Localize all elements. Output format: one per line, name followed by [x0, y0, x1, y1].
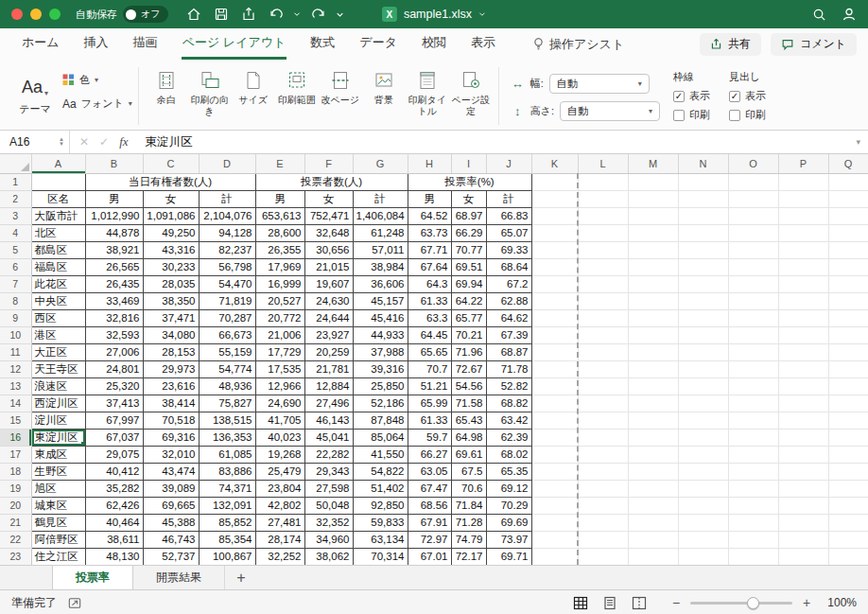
empty-cell[interactable]	[778, 224, 828, 241]
cell-A13[interactable]: 浪速区	[31, 377, 85, 395]
empty-cell[interactable]	[778, 258, 828, 275]
data-cell[interactable]: 54,822	[353, 463, 408, 480]
close-window-button[interactable]	[11, 9, 23, 20]
cell-A2[interactable]: 区名	[31, 190, 85, 207]
empty-cell[interactable]	[578, 531, 628, 548]
empty-cell[interactable]	[531, 360, 578, 377]
redo-button[interactable]	[306, 4, 330, 25]
row-header-6[interactable]: 6	[0, 258, 31, 275]
data-cell[interactable]: 64.45	[408, 326, 451, 343]
zoom-slider[interactable]	[690, 602, 792, 605]
tell-me-button[interactable]: 操作アシスト	[532, 28, 624, 60]
empty-cell[interactable]	[828, 429, 868, 446]
row-header-18[interactable]: 18	[0, 463, 31, 480]
data-cell[interactable]: 29,343	[304, 463, 353, 480]
empty-cell[interactable]	[678, 207, 728, 224]
data-cell[interactable]: 38,921	[85, 241, 143, 258]
data-cell[interactable]: 70.29	[486, 497, 531, 514]
row-header-23[interactable]: 23	[0, 548, 31, 565]
data-cell[interactable]: 52.82	[486, 377, 531, 395]
gridlines-print-option[interactable]: 印刷	[673, 108, 710, 122]
data-cell[interactable]: 65.43	[451, 412, 486, 429]
data-cell[interactable]: 30,233	[143, 258, 199, 275]
data-cell[interactable]: 63,134	[353, 531, 408, 548]
cell-A14[interactable]: 西淀川区	[31, 395, 85, 412]
data-cell[interactable]: 51,402	[353, 480, 408, 497]
save-button[interactable]	[209, 4, 233, 25]
empty-cell[interactable]	[578, 241, 628, 258]
data-cell[interactable]: 69.51	[451, 258, 486, 275]
empty-cell[interactable]	[778, 173, 828, 190]
empty-cell[interactable]	[578, 207, 628, 224]
data-cell[interactable]: 26,355	[255, 241, 304, 258]
data-cell[interactable]: 35,282	[85, 480, 143, 497]
data-cell[interactable]: 132,091	[199, 497, 255, 514]
row-header-10[interactable]: 10	[0, 326, 31, 343]
empty-cell[interactable]	[628, 412, 678, 429]
row-header-22[interactable]: 22	[0, 531, 31, 548]
cell-A18[interactable]: 生野区	[31, 463, 85, 480]
data-cell[interactable]: 32,648	[304, 224, 353, 241]
empty-cell[interactable]	[728, 258, 778, 275]
home-button[interactable]	[182, 4, 205, 25]
empty-cell[interactable]	[778, 292, 828, 309]
data-cell[interactable]: 27,598	[304, 480, 353, 497]
data-cell[interactable]: 100,867	[199, 548, 255, 565]
row-header-14[interactable]: 14	[0, 395, 31, 412]
data-cell[interactable]: 64.98	[451, 429, 486, 446]
empty-cell[interactable]	[828, 224, 868, 241]
empty-cell[interactable]	[578, 395, 628, 412]
data-cell[interactable]: 73.97	[486, 531, 531, 548]
empty-cell[interactable]	[728, 412, 778, 429]
empty-cell[interactable]	[628, 190, 678, 207]
empty-cell[interactable]	[778, 343, 828, 360]
data-cell[interactable]: 68.97	[451, 207, 486, 224]
data-cell[interactable]: 34,960	[304, 531, 353, 548]
empty-cell[interactable]	[531, 309, 578, 326]
merged-header-cell[interactable]: 投票者数(人)	[255, 173, 408, 190]
data-cell[interactable]: 67.2	[486, 275, 531, 292]
data-cell[interactable]: 32,816	[85, 309, 143, 326]
row-header-12[interactable]: 12	[0, 360, 31, 377]
cell-A6[interactable]: 福島区	[31, 258, 85, 275]
empty-cell[interactable]	[778, 531, 828, 548]
col-header-A[interactable]: A	[31, 154, 85, 173]
empty-cell[interactable]	[628, 258, 678, 275]
tab-data[interactable]: データ	[358, 28, 398, 60]
col-header-F[interactable]: F	[304, 154, 353, 173]
data-cell[interactable]: 29,973	[143, 360, 199, 377]
data-cell[interactable]: 54,774	[199, 360, 255, 377]
data-cell[interactable]: 69.33	[486, 241, 531, 258]
data-cell[interactable]: 26,435	[85, 275, 143, 292]
data-cell[interactable]: 62,426	[85, 497, 143, 514]
data-cell[interactable]: 82,237	[199, 241, 255, 258]
data-cell[interactable]: 85,354	[199, 531, 255, 548]
col-header-C[interactable]: C	[143, 154, 199, 173]
data-cell[interactable]: 70,287	[199, 309, 255, 326]
data-cell[interactable]: 63.73	[408, 224, 451, 241]
theme-fonts-button[interactable]: Aa フォント▾	[62, 96, 132, 111]
empty-cell[interactable]	[828, 190, 868, 207]
empty-cell[interactable]	[828, 531, 868, 548]
data-cell[interactable]: 63.42	[486, 412, 531, 429]
empty-cell[interactable]	[778, 480, 828, 497]
status-indicator-icon[interactable]	[68, 597, 81, 609]
data-cell[interactable]: 65.07	[486, 224, 531, 241]
empty-cell[interactable]	[828, 173, 868, 190]
empty-cell[interactable]	[678, 412, 728, 429]
data-cell[interactable]: 67.91	[408, 514, 451, 531]
empty-cell[interactable]	[728, 514, 778, 531]
toolbar-options-button[interactable]	[334, 4, 345, 25]
empty-cell[interactable]	[578, 497, 628, 514]
col-header-B[interactable]: B	[85, 154, 143, 173]
data-cell[interactable]: 19,607	[304, 275, 353, 292]
data-cell[interactable]: 1,012,990	[85, 207, 143, 224]
data-cell[interactable]: 38,350	[143, 292, 199, 309]
sheet-tab-inactive[interactable]: 開票結果	[133, 566, 225, 589]
empty-cell[interactable]	[578, 514, 628, 531]
data-cell[interactable]: 45,388	[143, 514, 199, 531]
data-cell[interactable]: 23,927	[304, 326, 353, 343]
data-cell[interactable]: 1,406,084	[353, 207, 408, 224]
data-cell[interactable]: 67.39	[486, 326, 531, 343]
sub-header-cell[interactable]: 計	[486, 190, 531, 207]
